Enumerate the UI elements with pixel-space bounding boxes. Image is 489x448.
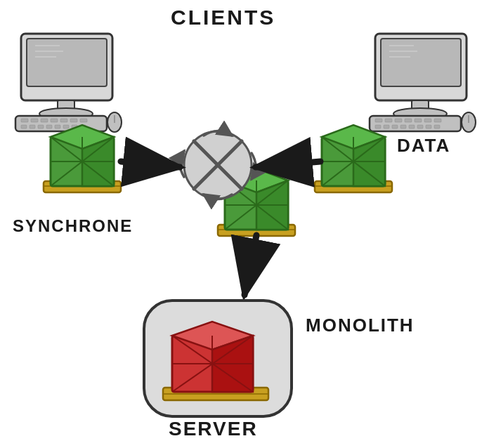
svg-rect-45: [409, 125, 415, 129]
svg-rect-15: [80, 119, 87, 122]
svg-rect-16: [21, 125, 27, 129]
svg-rect-9: [21, 119, 28, 122]
svg-rect-46: [417, 125, 423, 129]
svg-rect-71: [225, 180, 288, 230]
svg-rect-43: [392, 125, 398, 129]
svg-rect-17: [30, 125, 35, 129]
svg-point-7: [39, 108, 93, 119]
svg-point-24: [107, 112, 122, 132]
svg-rect-23: [80, 125, 86, 129]
svg-rect-8: [15, 116, 107, 131]
svg-rect-18: [38, 125, 44, 129]
svg-marker-54: [51, 125, 114, 149]
svg-rect-22: [72, 125, 77, 129]
svg-line-93: [172, 336, 253, 392]
svg-rect-37: [405, 119, 412, 122]
svg-line-56: [51, 137, 114, 186]
svg-rect-11: [41, 119, 48, 122]
svg-line-66: [322, 137, 385, 186]
svg-line-94: [172, 336, 253, 392]
svg-line-83: [256, 162, 320, 167]
svg-line-79: [194, 141, 242, 189]
svg-rect-10: [31, 119, 38, 122]
svg-line-57: [51, 137, 114, 186]
synchrone-label: SYNCHRONE: [13, 216, 133, 236]
data-label: DATA: [397, 135, 450, 157]
diagram: CLIENTS DATA SYNCHRONE MONOLITH SERVER: [0, 0, 489, 448]
svg-line-74: [225, 180, 288, 230]
svg-line-75: [225, 180, 288, 230]
svg-point-32: [393, 108, 447, 119]
svg-rect-39: [424, 119, 431, 122]
svg-marker-63: [322, 125, 385, 149]
svg-line-65: [322, 137, 385, 186]
svg-rect-31: [412, 100, 429, 110]
svg-rect-48: [434, 125, 440, 129]
svg-rect-33: [370, 116, 461, 131]
svg-rect-6: [58, 100, 74, 110]
svg-rect-14: [70, 119, 77, 122]
svg-marker-73: [256, 180, 288, 230]
svg-rect-27: [381, 39, 461, 86]
server-label: SERVER: [169, 418, 258, 440]
svg-rect-1: [21, 34, 112, 100]
svg-rect-51: [44, 181, 121, 192]
svg-rect-13: [60, 119, 67, 122]
svg-rect-44: [400, 125, 406, 129]
svg-rect-69: [218, 225, 295, 236]
svg-rect-60: [315, 181, 392, 192]
svg-rect-87: [144, 301, 292, 416]
clients-label: CLIENTS: [171, 6, 275, 29]
svg-rect-19: [46, 125, 52, 129]
svg-rect-20: [55, 125, 60, 129]
svg-marker-92: [212, 336, 253, 392]
svg-rect-36: [395, 119, 402, 122]
svg-line-80: [194, 141, 242, 189]
svg-rect-26: [375, 34, 467, 100]
svg-line-82: [121, 162, 180, 167]
svg-rect-90: [172, 336, 253, 392]
svg-rect-21: [63, 125, 69, 129]
svg-rect-53: [51, 137, 114, 186]
svg-marker-91: [172, 322, 253, 350]
svg-rect-62: [322, 137, 385, 186]
svg-rect-12: [51, 119, 58, 122]
svg-line-85: [244, 235, 256, 295]
svg-rect-42: [384, 125, 389, 129]
svg-rect-35: [385, 119, 392, 122]
svg-marker-64: [353, 137, 385, 186]
svg-rect-38: [415, 119, 422, 122]
svg-rect-2: [27, 39, 107, 86]
svg-marker-72: [225, 169, 288, 192]
svg-rect-40: [434, 119, 441, 122]
svg-rect-88: [163, 388, 268, 400]
svg-rect-34: [375, 119, 382, 122]
monolith-label: MONOLITH: [306, 315, 415, 336]
svg-rect-41: [375, 125, 381, 129]
svg-point-49: [462, 112, 476, 132]
svg-marker-55: [82, 137, 114, 186]
svg-point-78: [184, 131, 252, 199]
svg-rect-47: [426, 125, 431, 129]
